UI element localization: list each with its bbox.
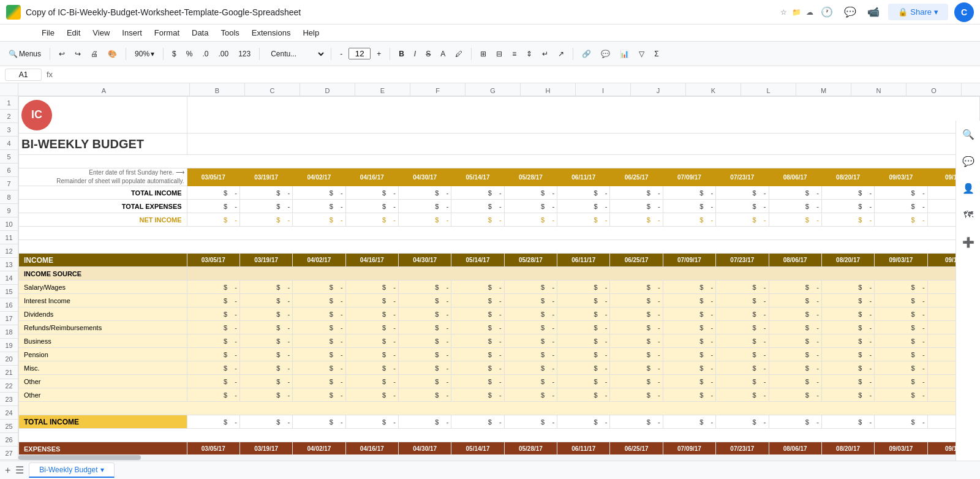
menu-view[interactable]: View [88,27,115,39]
cell-a7-net-income[interactable]: NET INCOME [19,213,187,227]
expenses-date-k[interactable]: 07/09/17 [663,442,715,456]
sidebar-add-icon[interactable]: ➕ [960,233,977,251]
menu-edit[interactable]: Edit [62,27,85,39]
strikethrough-button[interactable]: S [422,48,434,60]
undo-button[interactable]: ↩ [55,48,69,60]
sidebar-contacts-icon[interactable]: 👤 [960,179,977,197]
income-date-d[interactable]: 04/02/17 [293,254,345,267]
income-date-n[interactable]: 08/20/17 [821,254,874,267]
cell-h6[interactable]: $ - [504,200,557,213]
date-col-h[interactable]: 05/28/17 [504,168,557,186]
font-color-button[interactable]: A [437,48,449,60]
income-date-g[interactable]: 05/14/17 [451,254,504,267]
percent-button[interactable]: % [183,48,197,60]
expenses-date-j[interactable]: 06/25/17 [610,442,663,456]
income-date-h[interactable]: 05/28/17 [504,254,557,267]
sidebar-chat-icon[interactable]: 💬 [960,153,977,170]
sheet-content[interactable]: IC BI-WEEKLY BUDGET Enter d [18,96,980,461]
total-income-label[interactable]: TOTAL INCOME [19,415,187,429]
col-header-h[interactable]: H [521,83,576,96]
expenses-section-header[interactable]: EXPENSES [19,442,187,456]
income-date-c[interactable]: 03/19/17 [239,254,292,267]
cell-i7[interactable]: $ - [557,213,610,227]
align-button[interactable]: ≡ [508,48,520,60]
income-date-i[interactable]: 06/11/17 [557,254,610,267]
menu-tools[interactable]: Tools [216,27,244,39]
add-sheet-button[interactable]: + [5,465,10,476]
star-icon[interactable]: ☆ [780,8,787,17]
valign-button[interactable]: ⇕ [522,48,536,60]
date-col-f[interactable]: 04/30/17 [399,168,451,186]
cell-j5[interactable]: $ - [610,186,663,200]
col-header-l[interactable]: L [741,83,796,96]
income-date-b[interactable]: 03/05/17 [187,254,239,267]
cell-a19[interactable]: Other [19,375,187,388]
cell-b1[interactable] [187,97,979,134]
col-header-i[interactable]: I [576,83,631,96]
redo-button[interactable]: ↪ [71,48,85,60]
rotate-button[interactable]: ↗ [554,48,568,60]
cell-b2[interactable] [187,134,979,155]
cell-o5[interactable]: $ - [875,186,927,200]
date-col-m[interactable]: 08/06/17 [769,168,821,186]
cell-l7[interactable]: $ - [716,213,769,227]
cell-i5[interactable]: $ - [557,186,610,200]
col-header-k[interactable]: K [686,83,741,96]
income-date-m[interactable]: 08/06/17 [769,254,821,267]
cell-row9[interactable] [19,240,980,254]
search-menus-btn[interactable]: 🔍 Menus [5,48,45,60]
share-button[interactable]: 🔒 Share ▾ [888,4,948,20]
date-col-b[interactable]: 03/05/17 [187,168,239,186]
menu-insert[interactable]: Insert [117,27,147,39]
expenses-date-f[interactable]: 04/30/17 [399,442,451,456]
cell-g5[interactable]: $ - [451,186,504,200]
comment-btn[interactable]: 💬 [597,48,614,60]
active-sheet-tab[interactable]: Bi-Weekly Budget ▾ [29,462,114,478]
highlight-button[interactable]: 🖊 [451,48,466,60]
paint-format-button[interactable]: 🎨 [104,48,121,60]
date-col-g[interactable]: 05/14/17 [451,168,504,186]
cell-m6[interactable]: $ - [769,200,821,213]
font-size-input[interactable] [349,48,371,59]
borders-button[interactable]: ⊞ [477,48,490,60]
cell-d6[interactable]: $ - [293,200,345,213]
date-col-k[interactable]: 07/09/17 [663,168,715,186]
col-header-m[interactable]: M [796,83,851,96]
col-header-b[interactable]: B [190,83,245,96]
expenses-date-m[interactable]: 08/06/17 [769,442,821,456]
cell-n6[interactable]: $ - [821,200,874,213]
cloud-icon[interactable]: ☁ [806,8,813,17]
date-col-j[interactable]: 06/25/17 [610,168,663,186]
cell-g6[interactable]: $ - [451,200,504,213]
italic-button[interactable]: I [410,48,420,60]
col-header-n[interactable]: N [851,83,907,96]
cell-a2[interactable]: BI-WEEKLY BUDGET [19,134,187,155]
income-date-l[interactable]: 07/23/17 [716,254,769,267]
cell-f5[interactable]: $ - [399,186,451,200]
income-date-j[interactable]: 06/25/17 [610,254,663,267]
cell-a1[interactable]: IC [19,97,187,134]
date-col-l[interactable]: 07/23/17 [716,168,769,186]
cell-a5-total-income[interactable]: TOTAL INCOME [19,186,187,200]
cell-i6[interactable]: $ - [557,200,610,213]
cell-e6[interactable]: $ - [345,200,398,213]
menu-extensions[interactable]: Extensions [247,27,296,39]
date-col-c[interactable]: 03/19/17 [239,168,292,186]
cell-j7[interactable]: $ - [610,213,663,227]
cell-h7[interactable]: $ - [504,213,557,227]
expenses-date-c[interactable]: 03/19/17 [239,442,292,456]
cell-e7[interactable]: $ - [345,213,398,227]
menu-data[interactable]: Data [187,27,213,39]
expenses-date-o[interactable]: 09/03/17 [875,442,927,456]
col-header-c[interactable]: C [245,83,300,96]
expenses-date-i[interactable]: 06/11/17 [557,442,610,456]
currency-button[interactable]: $ [168,48,180,60]
col-header-a[interactable]: A [18,83,190,96]
print-button[interactable]: 🖨 [87,48,102,60]
col-header-g[interactable]: G [466,83,521,96]
cell-d7[interactable]: $ - [293,213,345,227]
cell-f6[interactable]: $ - [399,200,451,213]
cell-o7[interactable]: $ - [875,213,927,227]
meet-icon[interactable]: 📹 [865,4,882,21]
col-header-o[interactable]: O [907,83,962,96]
